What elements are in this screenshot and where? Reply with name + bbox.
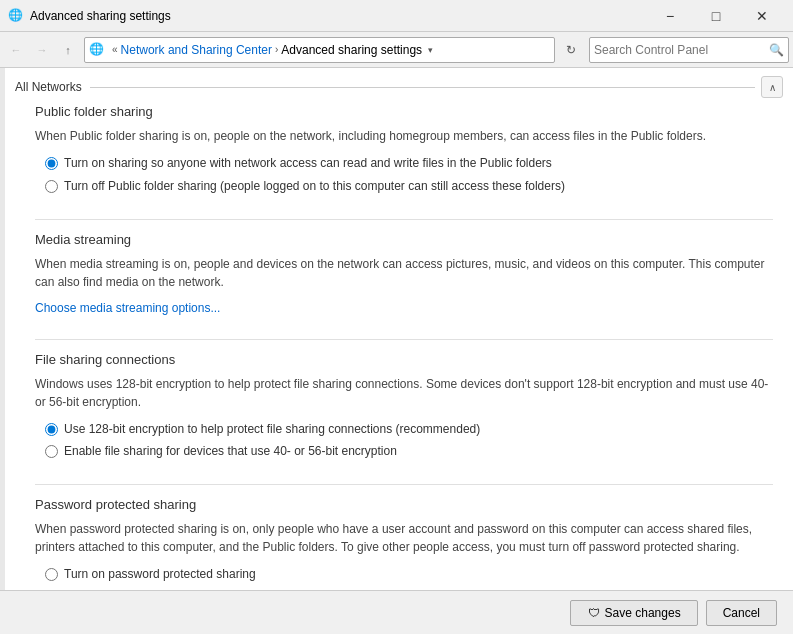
public-folder-option-2[interactable]: Turn off Public folder sharing (people l… <box>45 178 773 195</box>
public-folder-option-1[interactable]: Turn on sharing so anyone with network a… <box>45 155 773 172</box>
all-networks-header: All Networks ∧ <box>15 68 783 104</box>
forward-button[interactable]: → <box>30 38 54 62</box>
shield-icon: 🛡 <box>587 606 601 620</box>
password-sharing-title: Password protected sharing <box>35 497 773 512</box>
maximize-button[interactable]: □ <box>693 0 739 32</box>
title-bar: 🌐 Advanced sharing settings − □ ✕ <box>0 0 793 32</box>
close-button[interactable]: ✕ <box>739 0 785 32</box>
save-button[interactable]: 🛡 Save changes <box>570 600 698 626</box>
refresh-button[interactable]: ↻ <box>559 37 583 63</box>
public-folder-title: Public folder sharing <box>35 104 773 119</box>
media-streaming-title: Media streaming <box>35 232 773 247</box>
up-button[interactable]: ↑ <box>56 38 80 62</box>
divider-3 <box>35 484 773 485</box>
window-icon: 🌐 <box>8 8 24 24</box>
search-icon: 🔍 <box>769 43 784 57</box>
title-bar-controls: − □ ✕ <box>647 0 785 32</box>
public-folder-section: Public folder sharing When Public folder… <box>5 104 793 215</box>
window-title: Advanced sharing settings <box>30 9 647 23</box>
media-streaming-section: Media streaming When media streaming is … <box>5 232 793 335</box>
section-line <box>90 87 755 88</box>
footer: 🛡 Save changes Cancel <box>0 590 793 634</box>
cancel-button[interactable]: Cancel <box>706 600 777 626</box>
file-sharing-title: File sharing connections <box>35 352 773 367</box>
address-bar: ← → ↑ 🌐 « Network and Sharing Center › A… <box>0 32 793 68</box>
file-sharing-option-1[interactable]: Use 128-bit encryption to help protect f… <box>45 421 773 438</box>
file-sharing-option-2[interactable]: Enable file sharing for devices that use… <box>45 443 773 460</box>
public-folder-radio-on[interactable] <box>45 157 58 170</box>
divider-1 <box>35 219 773 220</box>
breadcrumb-network[interactable]: Network and Sharing Center <box>121 43 272 57</box>
back-button[interactable]: ← <box>4 38 28 62</box>
breadcrumb-bar[interactable]: 🌐 « Network and Sharing Center › Advance… <box>84 37 555 63</box>
search-box[interactable]: 🔍 <box>589 37 789 63</box>
public-folder-radio-group: Turn on sharing so anyone with network a… <box>35 155 773 195</box>
public-folder-radio-off[interactable] <box>45 180 58 193</box>
public-folder-label-on: Turn on sharing so anyone with network a… <box>64 155 552 172</box>
password-sharing-section: Password protected sharing When password… <box>5 497 793 590</box>
file-sharing-description: Windows uses 128-bit encryption to help … <box>35 375 773 411</box>
password-sharing-radio-group: Turn on password protected sharing Turn … <box>35 566 773 590</box>
breadcrumb-current: Advanced sharing settings <box>281 43 422 57</box>
file-sharing-label-40: Enable file sharing for devices that use… <box>64 443 397 460</box>
media-streaming-link[interactable]: Choose media streaming options... <box>35 301 220 315</box>
content-area: All Networks ∧ Public folder sharing Whe… <box>5 68 793 590</box>
file-sharing-radio-128[interactable] <box>45 423 58 436</box>
public-folder-label-off: Turn off Public folder sharing (people l… <box>64 178 565 195</box>
file-sharing-label-128: Use 128-bit encryption to help protect f… <box>64 421 480 438</box>
password-sharing-description: When password protected sharing is on, o… <box>35 520 773 556</box>
divider-2 <box>35 339 773 340</box>
all-networks-title: All Networks <box>15 80 90 94</box>
public-folder-description: When Public folder sharing is on, people… <box>35 127 773 145</box>
password-sharing-label-on: Turn on password protected sharing <box>64 566 256 583</box>
network-icon: 🌐 <box>89 42 105 58</box>
search-input[interactable] <box>594 43 769 57</box>
file-sharing-radio-group: Use 128-bit encryption to help protect f… <box>35 421 773 461</box>
file-sharing-section: File sharing connections Windows uses 12… <box>5 352 793 481</box>
save-label: Save changes <box>605 606 681 620</box>
minimize-button[interactable]: − <box>647 0 693 32</box>
password-sharing-option-1[interactable]: Turn on password protected sharing <box>45 566 773 583</box>
file-sharing-radio-40[interactable] <box>45 445 58 458</box>
password-sharing-radio-on[interactable] <box>45 568 58 581</box>
media-streaming-description: When media streaming is on, people and d… <box>35 255 773 291</box>
main-area: All Networks ∧ Public folder sharing Whe… <box>0 68 793 590</box>
section-chevron[interactable]: ∧ <box>761 76 783 98</box>
breadcrumb-dropdown[interactable]: ▾ <box>422 37 438 63</box>
